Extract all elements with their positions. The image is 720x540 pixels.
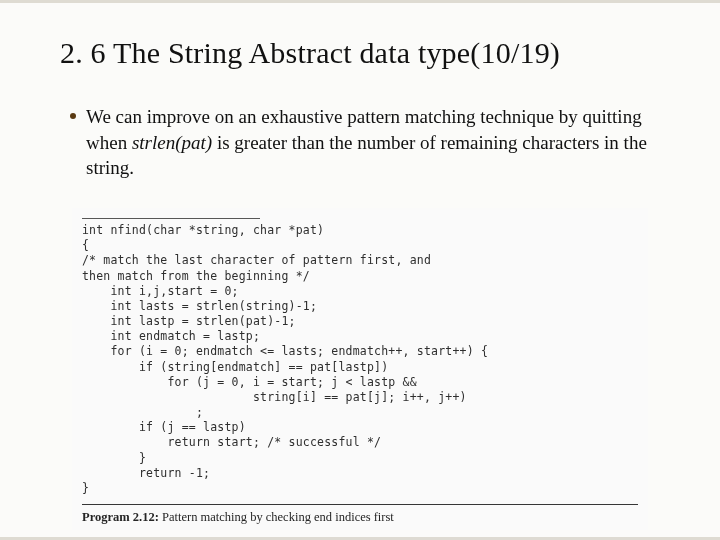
slide-title: 2. 6 The String Abstract data type(10/19… xyxy=(60,36,680,70)
code-line: int lasts = strlen(string)-1; xyxy=(82,299,638,314)
code-line: string[i] == pat[j]; i++, j++) xyxy=(82,390,638,405)
code-line: if (j == lastp) xyxy=(82,420,638,435)
bullet-text: We can improve on an exhaustive pattern … xyxy=(86,104,660,181)
code-line: { xyxy=(82,238,638,253)
rule-top xyxy=(82,218,260,219)
code-line: then match from the beginning */ xyxy=(82,269,638,284)
figure-caption: Program 2.12: Pattern matching by checki… xyxy=(82,509,638,526)
decoration-top xyxy=(0,0,720,17)
code-line: int i,j,start = 0; xyxy=(82,284,638,299)
code-figure: int nfind(char *string, char *pat) { /* … xyxy=(72,208,648,530)
code-line: for (i = 0; endmatch <= lasts; endmatch+… xyxy=(82,344,638,359)
code-line: int lastp = strlen(pat)-1; xyxy=(82,314,638,329)
bullet-icon xyxy=(70,113,76,119)
rule-bottom xyxy=(82,504,638,505)
code-line: return -1; xyxy=(82,466,638,481)
bullet-item: We can improve on an exhaustive pattern … xyxy=(70,104,660,181)
code-line: int nfind(char *string, char *pat) xyxy=(82,223,638,238)
code-line: if (string[endmatch] == pat[lastp]) xyxy=(82,360,638,375)
code-line: ; xyxy=(82,405,638,420)
code-line: return start; /* successful */ xyxy=(82,435,638,450)
code-line: int endmatch = lastp; xyxy=(82,329,638,344)
slide: 2. 6 The String Abstract data type(10/19… xyxy=(0,0,720,540)
code-line: /* match the last character of pattern f… xyxy=(82,253,638,268)
code-line: } xyxy=(82,451,638,466)
bullet-text-em: strlen(pat) xyxy=(132,132,212,153)
code-line: for (j = 0, i = start; j < lastp && xyxy=(82,375,638,390)
figure-caption-rest: Pattern matching by checking end indices… xyxy=(159,510,394,524)
code-line: } xyxy=(82,481,638,496)
figure-caption-bold: Program 2.12: xyxy=(82,510,159,524)
